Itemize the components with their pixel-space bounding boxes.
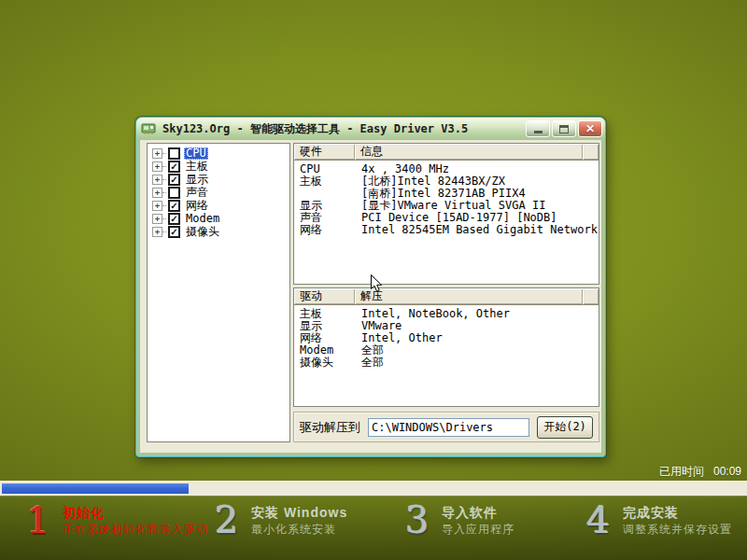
step-number: 1: [22, 502, 54, 538]
minimize-icon: [534, 131, 543, 133]
list-row[interactable]: 显示VMware: [294, 320, 599, 332]
list-row[interactable]: 声音PCI Device [15AD-1977] [NoDB]: [294, 212, 599, 224]
tree-item[interactable]: +声音: [152, 186, 289, 199]
list-row[interactable]: 主板[北桥]Intel 82443BX/ZX: [294, 175, 599, 188]
step-text: 初始化正在系统初始化和导入驱动: [63, 502, 208, 536]
list-row[interactable]: CPU4x , 3400 MHz: [294, 163, 599, 175]
close-button[interactable]: ✕: [578, 120, 602, 137]
driver-list-header: 驱动 解压: [294, 288, 599, 305]
step-number: 4: [583, 502, 614, 538]
step-subtitle: 调整系统并保存设置: [623, 523, 732, 536]
expand-icon[interactable]: +: [152, 227, 162, 237]
list-cell: CPU: [294, 163, 355, 175]
device-checkbox[interactable]: ✓: [168, 161, 180, 173]
expand-icon[interactable]: +: [152, 188, 162, 198]
step-subtitle: 导入应用程序: [442, 523, 514, 536]
window-client-area: +CPU+✓主板+✓显示+声音+✓网络+✓Modem+✓摄像头 硬件 信息 CP…: [140, 140, 601, 453]
list-row[interactable]: 网络Intel 82545EM Based Gigabit Network ..…: [294, 224, 599, 236]
device-checkbox[interactable]: ✓: [168, 200, 180, 212]
device-label[interactable]: 网络: [184, 200, 210, 212]
list-cell: 声音: [294, 212, 355, 224]
install-step-4: 4完成安装调整系统并保存设置: [583, 502, 732, 538]
hardware-column-header[interactable]: 硬件: [294, 144, 355, 160]
header-filler: [583, 144, 599, 160]
tree-connector: [162, 192, 166, 193]
extract-path-input[interactable]: [368, 418, 529, 437]
expand-icon[interactable]: +: [152, 201, 162, 211]
step-title: 安装 Windows: [251, 505, 347, 520]
hardware-list-header: 硬件 信息: [294, 144, 599, 161]
list-cell: 全部: [355, 344, 599, 357]
list-cell: 显示: [294, 200, 355, 212]
tree-item[interactable]: +✓显示: [152, 173, 289, 186]
extract-bar: 驱动解压到 开始(2): [293, 412, 599, 442]
device-checkbox[interactable]: ✓: [168, 213, 180, 225]
device-tree: +CPU+✓主板+✓显示+声音+✓网络+✓Modem+✓摄像头: [147, 143, 290, 442]
step-title: 初始化: [63, 505, 208, 520]
elapsed-time-value: 00:09: [713, 465, 741, 478]
expand-icon[interactable]: +: [152, 214, 162, 224]
device-label[interactable]: 声音: [184, 187, 210, 199]
window-titlebar[interactable]: Sky123.Org - 智能驱动选择工具 - Easy Driver V3.5…: [136, 118, 605, 140]
extract-column-header[interactable]: 解压: [355, 288, 583, 304]
step-text: 导入软件导入应用程序: [442, 502, 514, 536]
minimize-button[interactable]: [526, 120, 550, 137]
tree-item[interactable]: +✓摄像头: [152, 225, 289, 238]
device-checkbox[interactable]: [168, 147, 180, 160]
step-text: 安装 Windows最小化系统安装: [251, 502, 347, 536]
list-cell: 网络: [294, 224, 355, 236]
list-row[interactable]: 摄像头全部: [294, 357, 599, 369]
list-cell: 主板: [294, 308, 355, 320]
window-title: Sky123.Org - 智能驱动选择工具 - Easy Driver V3.5: [162, 122, 521, 135]
list-cell: 4x , 3400 MHz: [355, 163, 599, 175]
hardware-info-list: 硬件 信息 CPU4x , 3400 MHz主板[北桥]Intel 82443B…: [293, 143, 599, 285]
driver-column-header[interactable]: 驱动: [294, 288, 355, 304]
expand-icon[interactable]: +: [152, 175, 162, 185]
device-label[interactable]: 显示: [184, 174, 210, 186]
step-subtitle: 最小化系统安装: [251, 523, 347, 536]
tree-item[interactable]: +CPU: [152, 147, 289, 160]
device-checkbox[interactable]: ✓: [168, 174, 180, 186]
list-row[interactable]: 主板Intel, NoteBook, Other: [294, 308, 599, 320]
info-column-header[interactable]: 信息: [355, 144, 583, 160]
device-label[interactable]: 摄像头: [184, 226, 221, 238]
tree-connector: [162, 166, 166, 167]
list-cell: 全部: [355, 357, 599, 369]
expand-icon[interactable]: +: [152, 161, 162, 172]
install-progress-bar: [0, 481, 747, 497]
device-checkbox[interactable]: [168, 187, 180, 199]
list-cell: 网络: [294, 332, 355, 344]
elapsed-time: 已用时间00:09: [659, 464, 741, 480]
list-cell: [南桥]Intel 82371AB PIIX4: [355, 188, 599, 200]
list-cell: Modem: [294, 344, 355, 357]
list-cell: Intel, Other: [355, 332, 599, 344]
expand-icon[interactable]: +: [152, 148, 162, 159]
tree-connector: [162, 205, 166, 206]
list-row[interactable]: 显示[显卡]VMware Virtual SVGA II: [294, 200, 599, 212]
list-row[interactable]: Modem全部: [294, 344, 599, 357]
device-label[interactable]: 主板: [184, 161, 210, 173]
tree-connector: [162, 218, 166, 219]
list-row[interactable]: 网络Intel, Other: [294, 332, 599, 344]
step-number: 2: [211, 502, 243, 538]
device-label[interactable]: Modem: [184, 213, 221, 225]
start-button[interactable]: 开始(2): [537, 416, 593, 439]
mouse-cursor: [370, 274, 383, 294]
maximize-button[interactable]: [552, 120, 576, 137]
step-title: 完成安装: [623, 505, 732, 520]
device-checkbox[interactable]: ✓: [168, 226, 180, 238]
list-row[interactable]: [南桥]Intel 82371AB PIIX4: [294, 188, 599, 200]
tree-item[interactable]: +✓网络: [152, 199, 289, 212]
list-cell: 显示: [294, 320, 355, 332]
list-cell: Intel 82545EM Based Gigabit Network ...: [355, 224, 599, 236]
step-title: 导入软件: [442, 505, 514, 520]
tree-item[interactable]: +✓Modem: [152, 212, 289, 225]
install-step-2: 2安装 Windows最小化系统安装: [211, 502, 347, 538]
install-step-1: 1初始化正在系统初始化和导入驱动: [22, 502, 208, 538]
device-label[interactable]: CPU: [184, 147, 208, 160]
tree-item[interactable]: +✓主板: [152, 160, 289, 173]
extract-path-label: 驱动解压到: [300, 419, 360, 436]
maximize-icon: [559, 125, 569, 133]
list-cell: VMware: [355, 320, 599, 332]
list-cell: [北桥]Intel 82443BX/ZX: [355, 175, 599, 188]
